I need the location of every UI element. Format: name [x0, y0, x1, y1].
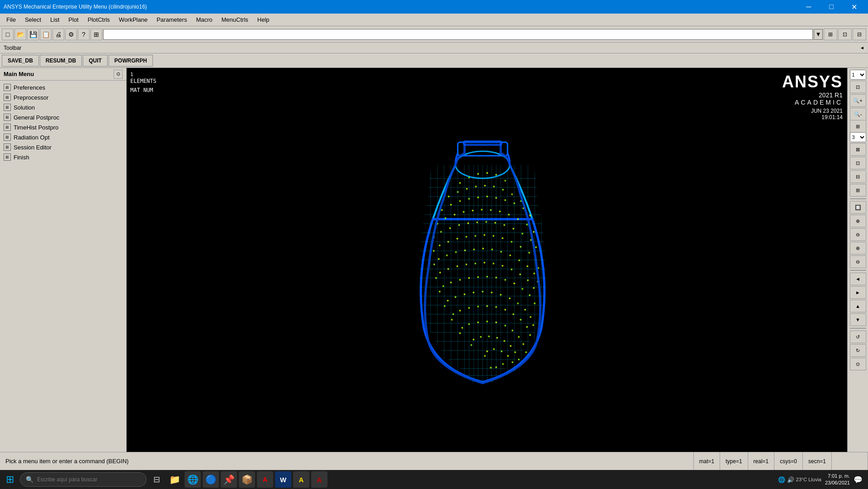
- svg-point-178: [468, 323, 470, 325]
- status-extra: [832, 452, 868, 470]
- word-taskbar-icon[interactable]: W: [275, 471, 291, 488]
- separator2: [850, 270, 866, 271]
- close-button[interactable]: ✕: [844, 0, 864, 14]
- view-select[interactable]: 1 2 4: [850, 70, 866, 80]
- save-db-button[interactable]: SAVE_DB: [2, 55, 39, 67]
- layer-button1[interactable]: ⊞: [850, 120, 866, 133]
- svg-point-63: [459, 200, 461, 202]
- menu-plot[interactable]: Plot: [64, 15, 83, 24]
- menu-file[interactable]: File: [2, 15, 20, 24]
- layer-button2[interactable]: ⊠: [850, 143, 866, 156]
- svg-point-111: [433, 264, 435, 265]
- print-button[interactable]: 🖨: [52, 29, 64, 40]
- svg-point-62: [450, 204, 452, 206]
- menu-item-finish[interactable]: ⊞ Finish: [0, 152, 126, 162]
- new-button[interactable]: □: [2, 29, 14, 40]
- svg-point-151: [444, 305, 446, 307]
- menu-item-general-postproc[interactable]: ⊞ General Postproc: [0, 112, 126, 122]
- menu-item-solution[interactable]: ⊞ Solution: [0, 102, 126, 112]
- menu-list[interactable]: List: [46, 15, 64, 24]
- menu-item-preprocessor[interactable]: ⊞ Preprocessor: [0, 92, 126, 102]
- pinned-icon1[interactable]: 📌: [221, 471, 237, 488]
- open-button[interactable]: 📂: [14, 29, 26, 40]
- command-input[interactable]: [103, 29, 813, 40]
- volume-icon[interactable]: 🔊: [787, 476, 794, 483]
- menu-item-timehist-postpro[interactable]: ⊞ TimeHist Postpro: [0, 122, 126, 132]
- resum-db-button[interactable]: RESUM_DB: [40, 55, 82, 67]
- zoom-in-button[interactable]: 🔍+: [850, 94, 866, 107]
- tool7-button[interactable]: ⊞: [90, 29, 102, 40]
- zoom-prev-button[interactable]: ⊖: [850, 228, 866, 241]
- edge-taskbar-icon[interactable]: 🌐: [185, 471, 201, 488]
- minimize-button[interactable]: ─: [798, 0, 819, 14]
- menu-menuctrls[interactable]: MenuCtrls: [217, 15, 253, 24]
- menu-macro[interactable]: Macro: [191, 15, 217, 24]
- toolbar-right3[interactable]: ⊟: [853, 29, 866, 40]
- fit-view-button[interactable]: ⊡: [850, 81, 866, 93]
- network-icon[interactable]: 🌐: [778, 476, 785, 483]
- svg-point-78: [490, 209, 492, 211]
- tool5-button[interactable]: ⚙: [65, 29, 77, 40]
- rotate-ccw-button[interactable]: ↺: [850, 331, 866, 343]
- save-as-button[interactable]: 📋: [40, 29, 52, 40]
- quit-button[interactable]: QUIT: [83, 55, 108, 67]
- toolbar-right2[interactable]: ⊡: [838, 29, 852, 40]
- svg-point-102: [474, 235, 476, 237]
- center-button[interactable]: ⊙: [850, 358, 866, 370]
- save-button[interactable]: 💾: [27, 29, 39, 40]
- chrome-taskbar-icon[interactable]: 🔵: [203, 471, 219, 488]
- pinned-icon2[interactable]: 📦: [239, 471, 255, 488]
- svg-point-75: [463, 211, 465, 213]
- pan-right-button[interactable]: ►: [850, 286, 866, 299]
- menu-item-radiation-opt[interactable]: ⊞ Radiation Opt: [0, 132, 126, 142]
- adobe-taskbar-icon[interactable]: A: [257, 471, 273, 488]
- maximize-button[interactable]: □: [821, 0, 842, 14]
- clock-display[interactable]: 7:01 p. m. 23/06/2021: [825, 473, 850, 487]
- pan-up-button[interactable]: ▲: [850, 300, 866, 312]
- toolbar-collapse-icon[interactable]: ◄: [860, 45, 864, 50]
- menu-item-preferences[interactable]: ⊞ Preferences: [0, 82, 126, 92]
- layer-select[interactable]: 3 1 2: [850, 132, 866, 142]
- toolbar-right1[interactable]: ⊞: [824, 29, 837, 40]
- svg-point-135: [519, 273, 521, 275]
- pan-down-button[interactable]: ▼: [850, 313, 866, 326]
- zoom-out2-button[interactable]: ⊖: [850, 255, 866, 268]
- menu-collapse-button[interactable]: ⊙: [114, 70, 123, 79]
- menu-plotctrls[interactable]: PlotCtrls: [83, 15, 114, 24]
- task-view-button[interactable]: ⊟: [148, 471, 165, 488]
- notification-icon[interactable]: 💬: [854, 475, 863, 484]
- file-explorer-taskbar-icon[interactable]: 📁: [166, 471, 183, 488]
- windows-start-button[interactable]: ⊞: [2, 471, 18, 488]
- menu-workplane[interactable]: WorkPlane: [114, 15, 152, 24]
- svg-point-189: [480, 336, 482, 338]
- pan-left-button[interactable]: ◄: [850, 273, 866, 285]
- layer-button5[interactable]: ⊞: [850, 184, 866, 197]
- layer-button4[interactable]: ⊟: [850, 170, 866, 183]
- menu-item-session-editor[interactable]: ⊞ Session Editor: [0, 142, 126, 152]
- svg-point-112: [438, 258, 440, 260]
- layer-button3[interactable]: ⊡: [850, 157, 866, 169]
- svg-point-47: [468, 177, 470, 178]
- rotate-cw-button[interactable]: ↻: [850, 344, 866, 357]
- zoom-in2-button[interactable]: ⊕: [850, 242, 866, 254]
- command-dropdown[interactable]: ▼: [814, 29, 823, 40]
- zoom-fit-button[interactable]: ⊕: [850, 215, 866, 227]
- menu-select[interactable]: Select: [20, 15, 46, 24]
- svg-point-97: [433, 250, 435, 252]
- taskbar-search[interactable]: 🔍: [20, 472, 147, 487]
- menu-help[interactable]: Help: [253, 15, 274, 24]
- zoom-out-button[interactable]: 🔍-: [850, 108, 866, 120]
- taskbar-search-input[interactable]: [37, 476, 128, 483]
- menu-parameters[interactable]: Parameters: [152, 15, 191, 24]
- layer-btn1[interactable]: ⊞: [850, 121, 866, 131]
- powrgrph-button[interactable]: POWRGRPH: [109, 55, 153, 67]
- app-icon2[interactable]: A: [311, 471, 327, 488]
- app-icon1[interactable]: A: [293, 471, 309, 488]
- svg-point-90: [485, 221, 487, 223]
- svg-point-65: [477, 197, 479, 198]
- zoom-box-button[interactable]: 🔲: [850, 201, 866, 214]
- svg-point-113: [446, 254, 448, 256]
- svg-point-143: [477, 276, 479, 278]
- help-button[interactable]: ?: [78, 29, 90, 40]
- svg-point-56: [484, 185, 486, 187]
